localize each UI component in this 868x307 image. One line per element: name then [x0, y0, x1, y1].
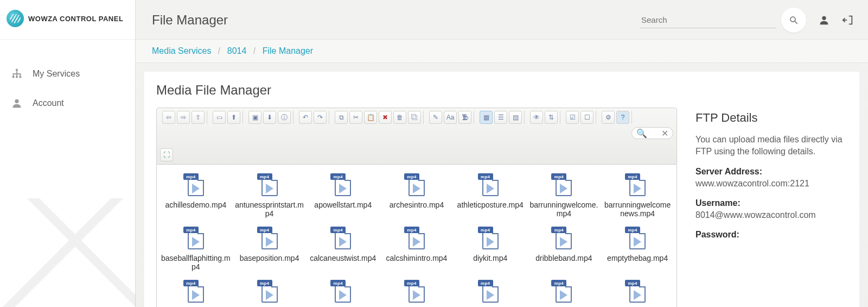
empty-button[interactable]: 🗑: [393, 111, 406, 124]
breadcrumb-8014[interactable]: 8014: [227, 46, 247, 55]
file-name: baseballflaphitting.mp4: [161, 254, 231, 271]
toolbar-search[interactable]: 🔍 ✕: [631, 127, 673, 139]
back-button[interactable]: ⇦: [162, 111, 175, 124]
file-item[interactable]: mp4barrunningwelcome.mp4: [528, 170, 600, 221]
file-item[interactable]: mp4insideedge.mp4: [455, 277, 526, 307]
view-columns-button[interactable]: ▤: [509, 111, 522, 124]
undo-button[interactable]: ↶: [299, 111, 312, 124]
file-item[interactable]: mp4foldedcycle.mp4: [381, 277, 452, 307]
search-icon: [789, 15, 799, 25]
mp4-file-icon: mp4: [256, 224, 283, 252]
ftp-details: FTP Details You can upload media files d…: [695, 108, 847, 242]
breadcrumb-media-services[interactable]: Media Services: [152, 46, 211, 55]
topbar-right: [640, 8, 854, 33]
mp4-file-icon: mp4: [477, 224, 504, 252]
deselect-all-button[interactable]: ☐: [580, 111, 593, 124]
fullscreen-button[interactable]: ⛶: [160, 148, 173, 161]
forward-button[interactable]: ⇨: [177, 111, 190, 124]
mp4-file-icon: mp4: [550, 224, 577, 252]
rename-button[interactable]: Aa: [444, 111, 457, 124]
file-item[interactable]: mp4calcaneustwist.mp4: [307, 223, 379, 274]
search-input[interactable]: [640, 12, 776, 28]
file-name: baseposition.mp4: [240, 254, 299, 262]
view-icons-button[interactable]: ▦: [480, 111, 493, 124]
file-item[interactable]: mp4flaparms.mp4: [234, 277, 305, 307]
file-item[interactable]: mp4flap.mp4: [160, 277, 232, 307]
sidebar-nav: My Services Account: [0, 40, 135, 118]
copy-button[interactable]: ⧉: [335, 111, 348, 124]
delete-button[interactable]: ✖: [379, 111, 392, 124]
sort-button[interactable]: ⇅: [545, 111, 558, 124]
file-item[interactable]: mp4antunessprintstart.mp4: [234, 170, 305, 221]
edit-button[interactable]: ✎: [429, 111, 442, 124]
file-item[interactable]: mp4emptythebag.mp4: [602, 223, 673, 274]
file-name: apowellstart.mp4: [314, 201, 372, 209]
cut-button[interactable]: ✂: [349, 111, 362, 124]
paste-button[interactable]: 📋: [364, 111, 377, 124]
up-button[interactable]: ⇧: [192, 111, 205, 124]
sidebar-item-my-services[interactable]: My Services: [0, 59, 135, 89]
file-name: calcshimintro.mp4: [386, 254, 448, 262]
info-button[interactable]: ⓘ: [278, 111, 291, 124]
content: Media File Manager ⇦ ⇨ ⇧ ▭ ⬆ ▣ ⬇: [144, 72, 859, 307]
open-button[interactable]: ▣: [248, 111, 261, 124]
ftp-username-label: Username:: [695, 198, 847, 208]
duplicate-button[interactable]: ⿻: [408, 111, 421, 124]
preview-button[interactable]: 👁: [530, 111, 543, 124]
new-folder-button[interactable]: ▭: [213, 111, 226, 124]
redo-button[interactable]: ↷: [314, 111, 327, 124]
file-item[interactable]: mp4dribbleband.mp4: [528, 223, 600, 274]
ftp-title: FTP Details: [695, 111, 847, 125]
file-name: barrunningwelcomenews.mp4: [603, 201, 672, 218]
file-item[interactable]: mp4apowellstart.mp4: [307, 170, 379, 221]
archive-button[interactable]: 🗜: [458, 111, 471, 124]
mp4-file-icon: mp4: [624, 278, 651, 305]
account-icon[interactable]: [818, 14, 830, 26]
mp4-file-icon: mp4: [403, 278, 430, 305]
file-name: barrunningwelcome.mp4: [529, 201, 599, 218]
file-item[interactable]: mp4calcshimintro.mp4: [381, 223, 452, 274]
view-list-button[interactable]: ☰: [494, 111, 507, 124]
ftp-username-value: 8014@www.wowzacontrol.com: [695, 210, 847, 220]
file-item[interactable]: mp4archesintro.mp4: [381, 170, 452, 221]
file-item[interactable]: mp4baseposition.mp4: [234, 223, 305, 274]
ftp-intro: You can upload media files directly via …: [695, 134, 847, 157]
upload-button[interactable]: ⬆: [227, 111, 240, 124]
logout-icon[interactable]: [842, 14, 854, 26]
ftp-server-value: www.wowzacontrol.com:2121: [695, 179, 847, 189]
file-name: dribbleband.mp4: [535, 254, 592, 262]
download-button[interactable]: ⬇: [263, 111, 276, 124]
file-item[interactable]: mp4achillesdemo.mp4: [160, 170, 232, 221]
mp4-file-icon: mp4: [624, 171, 651, 198]
file-name: emptythebag.mp4: [607, 254, 668, 262]
svg-rect-0: [16, 69, 18, 71]
file-item[interactable]: mp4barrunningwelcomenews.mp4: [602, 170, 673, 221]
file-item[interactable]: mp4baseballflaphitting.mp4: [160, 223, 232, 274]
search-wrap: [640, 8, 806, 33]
mp4-file-icon: mp4: [256, 171, 283, 198]
clear-search-icon[interactable]: ✕: [661, 128, 668, 139]
file-item[interactable]: mp4athleticposture.mp4: [455, 170, 526, 221]
file-item[interactable]: mp4insideedgeterm.mp4: [528, 277, 600, 307]
breadcrumb-separator: /: [253, 46, 256, 55]
select-all-button[interactable]: ☑: [566, 111, 579, 124]
svg-line-6: [795, 21, 797, 24]
settings-button[interactable]: ⚙: [602, 111, 615, 124]
sidebar-item-account[interactable]: Account: [0, 89, 135, 118]
file-grid: mp4achillesdemo.mp4mp4antunessprintstart…: [156, 165, 677, 307]
file-item[interactable]: mp4flapflap.mp4: [307, 277, 379, 307]
file-item[interactable]: mp4diykit.mp4: [455, 223, 526, 274]
mp4-file-icon: mp4: [403, 224, 430, 252]
main: File Manager Media Services / 8014 / Fil…: [136, 0, 868, 307]
mp4-file-icon: mp4: [329, 278, 356, 305]
mp4-file-icon: mp4: [477, 278, 504, 305]
file-manager: ⇦ ⇨ ⇧ ▭ ⬆ ▣ ⬇ ⓘ ↶ ↷: [156, 108, 677, 307]
search-button[interactable]: [781, 8, 806, 33]
help-button[interactable]: ?: [616, 111, 629, 124]
mp4-file-icon: mp4: [182, 278, 209, 305]
file-item[interactable]: mp4introbarunning.mp4: [602, 277, 673, 307]
svg-rect-1: [12, 76, 15, 78]
ftp-password-label: Password:: [695, 230, 847, 240]
content-row: ⇦ ⇨ ⇧ ▭ ⬆ ▣ ⬇ ⓘ ↶ ↷: [156, 108, 847, 307]
logo-icon: [7, 10, 24, 27]
